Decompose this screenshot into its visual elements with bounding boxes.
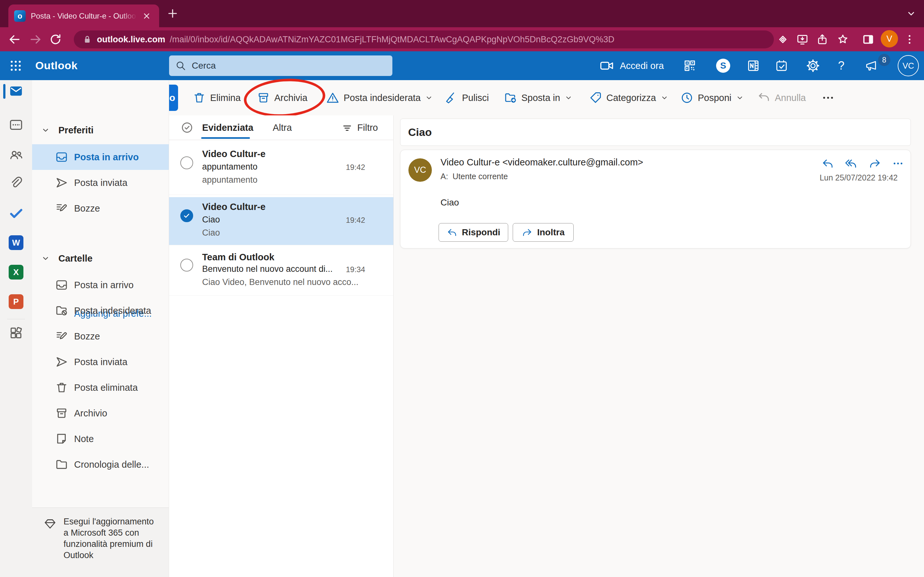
drafts-icon [55,330,68,343]
apps-icon[interactable] [9,326,23,340]
sidebar-folder-inbox[interactable]: Posta in arrivo [32,272,169,298]
skype-icon[interactable]: S [716,59,730,73]
todo-icon[interactable] [9,206,23,221]
list-item-email-2-selected[interactable]: Video Cultur-e Ciao Ciao 19:42 [169,197,393,245]
browser-tab[interactable]: o Posta - Video Cultur-e - Outloo [8,5,159,27]
archive-icon [257,91,270,105]
url-field[interactable]: outlook.live.com/mail/0/inbox/id/AQQkADA… [74,31,774,48]
url-host: outlook.live.com [97,35,165,45]
upgrade-banner[interactable]: Esegui l'aggiornamento a Microsoft 365 c… [32,508,169,577]
sidebar-item-drafts-favorite[interactable]: Bozze [32,195,169,221]
settings-gear-icon[interactable] [806,59,820,73]
qr-code-icon[interactable] [683,59,697,73]
tab-focused[interactable]: Evidenziata [202,115,254,140]
email-2-preview: Ciao [202,228,220,238]
message-more-icon[interactable] [892,157,905,170]
folders-header[interactable]: Cartelle [32,249,169,268]
reply-button[interactable]: Rispondi [439,223,508,242]
list-item-email-1[interactable]: Video Cultur-e appuntamento appuntamento… [169,144,393,195]
forward-message-icon[interactable] [869,157,881,170]
favorites-header[interactable]: Preferiti [32,121,169,140]
sidebar-folder-drafts[interactable]: Bozze [32,324,169,349]
browser-menu-icon[interactable] [903,33,916,46]
outlook-favicon-icon: o [14,10,26,22]
new-tab-icon[interactable] [166,7,179,20]
bookmark-star-icon[interactable] [837,33,849,46]
tab-close-icon[interactable] [142,11,152,21]
sidebar-item-label: Posta in arrivo [74,152,139,163]
attachments-icon[interactable] [9,176,23,190]
extension-icon[interactable] [776,33,789,46]
forward-icon[interactable] [29,33,42,46]
powerpoint-icon[interactable]: P [9,294,23,309]
app-launcher-icon[interactable] [8,58,24,74]
email-3-checkbox[interactable] [180,259,193,271]
select-all-icon[interactable] [180,121,194,134]
sidebar-folder-archive[interactable]: Archivio [32,400,169,426]
install-app-icon[interactable] [796,33,809,46]
calendar-icon[interactable] [9,117,23,132]
share-icon[interactable] [816,33,829,46]
email-3-time: 19:34 [346,265,365,274]
inbox-icon [55,278,68,292]
sweep-button[interactable]: Pulisci [444,80,489,115]
reply-all-icon[interactable] [845,157,858,170]
tab-title: Posta - Video Cultur-e - Outloo [31,11,137,21]
people-icon[interactable] [9,147,23,162]
search-input[interactable] [192,61,387,71]
whats-new-megaphone-icon[interactable] [864,59,879,73]
move-chevron-icon [564,93,573,102]
snooze-button[interactable]: Posponi [680,80,744,115]
message-card: VC Video Cultur-e <videomaker.culture@gm… [400,150,911,248]
email-2-checkbox-checked[interactable] [180,210,193,222]
check-icon [183,211,191,220]
sidebar-folder-sent[interactable]: Posta inviata [32,349,169,375]
list-item-email-3[interactable]: Team di Outlook Benvenuto nel nuovo acco… [169,247,393,295]
back-icon[interactable] [8,33,21,46]
help-icon[interactable]: ? [838,51,845,80]
sidebar-folder-notes[interactable]: Note [32,426,169,452]
todo-planner-icon[interactable] [774,59,788,73]
signin-group[interactable]: Accedi ora [599,51,664,80]
mail-icon[interactable] [9,84,23,98]
subject-card: Ciao [400,119,911,146]
categorize-button[interactable]: Categorizza [589,80,669,115]
forward-message-icon [522,227,533,238]
tab-other[interactable]: Altra [273,115,292,140]
sent-icon [55,176,68,189]
sidebar-folder-deleted[interactable]: Posta eliminata [32,375,169,400]
search-box[interactable] [169,55,393,76]
account-avatar[interactable]: VC [898,55,919,76]
excel-icon[interactable]: X [9,265,23,279]
tab-search-icon[interactable] [905,8,917,19]
refresh-icon[interactable] [49,33,62,46]
folder-icon [55,458,68,471]
browser-profile-avatar[interactable]: V [881,30,898,47]
archive-button[interactable]: Archivia [257,80,307,115]
word-icon[interactable]: W [9,235,23,250]
more-commands-button[interactable] [821,80,835,115]
delete-button[interactable]: Elimina [192,80,241,115]
sidebar-item-label: Cronologia delle... [74,459,149,470]
email-1-checkbox[interactable] [180,156,193,169]
outlook-logo[interactable]: Outlook [35,59,78,72]
forward-button[interactable]: Inoltra [513,223,573,242]
side-panel-icon[interactable] [862,33,875,46]
undo-button[interactable]: Annulla [757,80,806,115]
sidebar-folder-junk[interactable]: Posta indesiderata [32,298,169,324]
delete-label: Elimina [210,93,241,103]
sender-avatar[interactable]: VC [409,158,432,182]
app-rail: W X P [0,80,32,577]
undo-label: Annulla [775,93,806,103]
onenote-icon[interactable] [746,59,760,73]
folders-chevron-icon [41,254,50,263]
move-to-button[interactable]: Sposta in [504,80,573,115]
reply-icon[interactable] [821,157,834,170]
sidebar-item-inbox-favorite[interactable]: Posta in arrivo [32,144,169,170]
sidebar-item-sent-favorite[interactable]: Posta inviata [32,170,169,195]
junk-label: Posta indesiderata [344,93,421,103]
junk-button[interactable]: Posta indesiderata [326,80,433,115]
filter-button[interactable]: Filtro [341,115,378,140]
sidebar-folder-history[interactable]: Cronologia delle... [32,452,169,477]
sender-line[interactable]: Video Cultur-e <videomaker.culture@gmail… [441,157,643,168]
